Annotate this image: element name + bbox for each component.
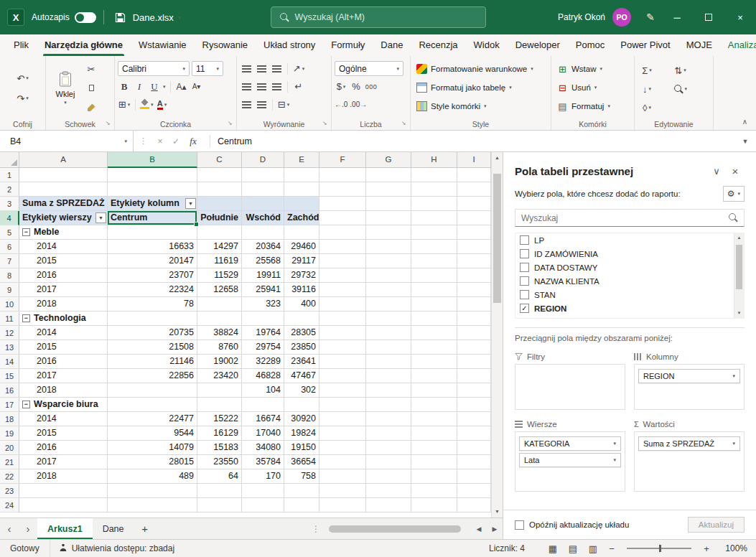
document-title[interactable]: Dane.xlsx ▾ [133,12,181,23]
cell-A21[interactable]: 2017 [19,455,108,469]
row-header-17[interactable]: 17 [0,398,19,412]
wrap-text-button[interactable]: ↵ [292,80,305,94]
cell-A7[interactable]: 2015 [19,254,108,268]
cell-C23[interactable] [197,484,242,498]
zoom-level[interactable]: 100% [719,543,747,553]
cell-H5[interactable] [411,225,457,240]
cell-C13[interactable]: 8760 [197,340,242,355]
cell-H16[interactable] [411,383,457,398]
page-layout-view-button[interactable]: ▤ [566,543,579,554]
cell-C17[interactable] [197,398,242,412]
cell-C21[interactable]: 23550 [197,455,242,469]
cell-G9[interactable] [366,283,411,297]
cell-F8[interactable] [319,268,366,283]
redo-button[interactable]: ↷▾ [17,91,29,106]
style-item-formatowanie-warunkowe[interactable]: Formatowanie warunkowe▾ [414,60,548,78]
cell-H23[interactable] [411,484,457,498]
new-sheet-button[interactable]: + [134,518,156,539]
row-header-10[interactable]: 10 [0,297,19,312]
cell-G22[interactable] [366,469,411,484]
cell-C7[interactable]: 11619 [197,254,242,268]
cell-B4[interactable]: Centrum [108,211,197,225]
defer-checkbox[interactable] [515,520,524,530]
cell-E12[interactable]: 28305 [284,326,319,340]
autosum-button[interactable]: Σ▾ [640,63,653,78]
cell-E10[interactable]: 400 [284,297,319,312]
increase-decimal-button[interactable]: ←.0 [335,98,347,112]
cell-C14[interactable]: 19002 [197,355,242,369]
cell-H10[interactable] [411,297,457,312]
cell-G15[interactable] [366,369,411,383]
cell-I9[interactable] [457,283,491,297]
cell-A6[interactable]: 2014 [19,240,108,254]
sort-filter-button[interactable]: ⇅▾ [674,63,687,78]
cell-D5[interactable] [242,225,284,240]
close-button[interactable]: × [724,0,756,34]
cell-D17[interactable] [242,398,284,412]
cell-B7[interactable]: 20147 [108,254,197,268]
cell-A12[interactable]: 2014 [19,326,108,340]
accounting-format-button[interactable]: $▾ [335,80,347,94]
cell-E15[interactable]: 47467 [284,369,319,383]
autosave-control[interactable]: Autozapis [32,12,96,23]
cells-item-wstaw[interactable]: ⊞Wstaw▾ [554,60,631,78]
cell-F14[interactable] [319,355,366,369]
cell-F20[interactable] [319,441,366,455]
cell-I17[interactable] [457,398,491,412]
row-header-9[interactable]: 9 [0,283,19,297]
pane-close-icon[interactable]: × [726,165,745,177]
cell-B9[interactable]: 22324 [108,283,197,297]
cell-C12[interactable]: 38824 [197,326,242,340]
cell-C15[interactable]: 23420 [197,369,242,383]
scroll-down-icon[interactable]: ▼ [734,309,744,318]
cell-D13[interactable]: 29754 [242,340,284,355]
insert-function-button[interactable]: fx [184,136,202,147]
scroll-up-icon[interactable]: ▲ [492,152,503,164]
select-all-corner[interactable] [0,152,19,168]
cell-H4[interactable] [411,211,457,225]
cell-C5[interactable] [197,225,242,240]
collapse-ribbon-icon[interactable]: ∧ [742,118,747,126]
align-left-icon[interactable] [240,80,253,94]
row-header-3[interactable]: 3 [0,197,19,211]
paste-button[interactable]: Wklej ▾ [49,60,82,117]
collapse-minus-icon[interactable]: − [22,228,30,236]
cell-I19[interactable] [457,426,491,441]
row-header-23[interactable]: 23 [0,484,19,498]
column-header-A[interactable]: A [19,152,108,168]
cell-C8[interactable]: 11529 [197,268,242,283]
cell-H15[interactable] [411,369,457,383]
font-color-button[interactable]: A▾ [156,98,169,112]
cell-E3[interactable] [284,197,319,211]
field-item-lp[interactable]: LP [515,233,733,247]
cell-C1[interactable] [197,168,242,182]
maximize-button[interactable] [693,0,724,34]
zoom-out-button[interactable]: − [607,543,617,554]
cell-D16[interactable]: 104 [242,383,284,398]
field-chip-kategoria[interactable]: KATEGORIA▾ [519,436,621,451]
cell-B3[interactable]: Etykiety kolumn▼ [108,197,197,211]
sheet-tab-arkusz1[interactable]: Arkusz1 [37,518,93,539]
cell-A15[interactable]: 2017 [19,369,108,383]
cell-A18[interactable]: 2014 [19,412,108,426]
cell-G12[interactable] [366,326,411,340]
cell-G23[interactable] [366,484,411,498]
formula-bar-grip[interactable]: ⋮ [134,136,152,146]
cell-G1[interactable] [366,168,411,182]
cell-E17[interactable] [284,398,319,412]
cell-F7[interactable] [319,254,366,268]
decrease-font-size-button[interactable]: A▾ [190,80,203,94]
row-header-11[interactable]: 11 [0,312,19,326]
cell-A24[interactable] [19,498,108,512]
rows-drop-zone[interactable]: KATEGORIA▾Lata▾ [515,431,625,492]
cell-B24[interactable] [108,498,197,512]
row-header-4[interactable]: 4 [0,211,19,225]
cell-B14[interactable]: 21146 [108,355,197,369]
cell-A5[interactable]: −Meble [19,225,108,240]
cell-E6[interactable]: 29460 [284,240,319,254]
cell-A11[interactable]: −Technologia [19,312,108,326]
column-header-C[interactable]: C [197,152,242,168]
field-list-scrollbar[interactable]: ▲ ▼ [734,233,744,318]
cell-B23[interactable] [108,484,197,498]
cell-D4[interactable]: Wschód [242,211,284,225]
